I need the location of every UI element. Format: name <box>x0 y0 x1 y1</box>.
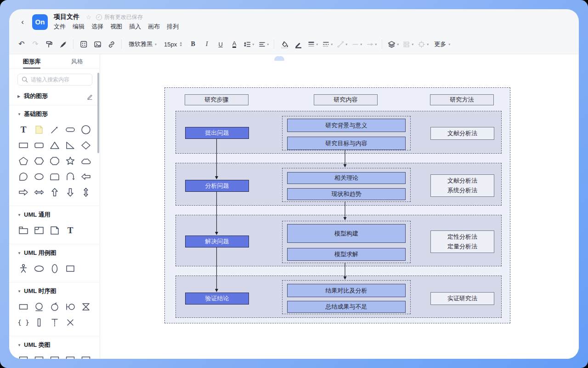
shape-block-arrow-left-right-icon[interactable] <box>32 185 46 199</box>
shape-loop-arrow-icon[interactable] <box>63 170 77 184</box>
favorite-star-icon[interactable]: ☆ <box>86 14 91 21</box>
diagram-header-box[interactable]: 研究方法 <box>430 94 494 105</box>
layers-button[interactable]: ▾ <box>386 38 400 50</box>
shape-class-icon[interactable] <box>63 354 77 359</box>
section-basic-shapes[interactable]: ▼ 基础图形 <box>9 107 100 121</box>
section-uml-common[interactable]: ▼ UML 通用 <box>9 208 100 222</box>
shape-text-icon[interactable]: T <box>17 123 30 137</box>
shape-text-icon[interactable]: T <box>63 224 77 237</box>
shape-pill-icon[interactable] <box>63 123 77 137</box>
tab-shape-library[interactable]: 图形库 <box>9 54 55 69</box>
section-my-shapes[interactable]: ▶ 我的图形 <box>9 89 100 103</box>
diagram-header-box[interactable]: 研究步骤 <box>185 94 249 105</box>
shape-frame-icon[interactable] <box>32 224 46 237</box>
diagram-content-group[interactable]: 研究背景与意义 研究目标与内容 <box>282 116 411 150</box>
diagram-content-box[interactable]: 相关理论 <box>287 172 406 184</box>
text-align-button[interactable]: ▾ <box>257 38 270 50</box>
menu-edit[interactable]: 编辑 <box>73 23 85 31</box>
diagram-content-box[interactable]: 现状和趋势 <box>287 188 406 200</box>
diagram-step-box[interactable]: 分析问题 <box>185 180 249 192</box>
underline-button[interactable]: U <box>215 38 226 50</box>
shape-destruction-icon[interactable] <box>79 300 93 314</box>
shape-block-arrow-down-icon[interactable] <box>63 185 77 199</box>
redo-icon[interactable]: ↷ <box>29 38 41 50</box>
section-uml-sequence[interactable]: ▼ UML 时序图 <box>9 284 100 298</box>
shape-activation-bar-icon[interactable] <box>32 316 46 329</box>
position-button[interactable]: ▾ <box>416 38 430 50</box>
menu-insert[interactable]: 插入 <box>129 23 141 31</box>
stepper-icons[interactable]: ▲▼ <box>179 41 182 47</box>
diagram-content-box[interactable]: 模型求解 <box>287 248 406 261</box>
shape-package-icon[interactable] <box>17 224 30 237</box>
shape-actor-icon[interactable] <box>17 262 30 276</box>
menu-canvas[interactable]: 画布 <box>148 23 160 31</box>
diagram-content-group[interactable]: 模型构建 模型求解 <box>282 221 411 263</box>
background-icon[interactable] <box>78 38 90 50</box>
shape-octagon-icon[interactable] <box>48 154 62 168</box>
clear-format-icon[interactable] <box>57 38 69 50</box>
diagram-row[interactable]: 分析问题 相关理论 现状和趋势 文献分析法 系统分析法 <box>175 163 502 206</box>
arrow-style-button[interactable]: ▾ <box>365 38 378 50</box>
diagram-method-box[interactable]: 文献分析法 系统分析法 <box>430 174 494 197</box>
research-flow-diagram[interactable]: 研究步骤 研究内容 研究方法 提出问题 研究背景与意义 研究目标与内容 文献分析… <box>164 87 510 323</box>
shape-block-arrow-left-icon[interactable] <box>79 170 93 184</box>
shape-class-icon[interactable] <box>32 354 46 359</box>
search-input[interactable] <box>17 74 92 86</box>
canvas-collapse-handle[interactable] <box>274 56 284 61</box>
diagram-content-box[interactable]: 研究目标与内容 <box>287 137 406 150</box>
section-uml-usecase[interactable]: ▼ UML 用例图 <box>9 246 100 260</box>
shape-card-icon[interactable] <box>48 170 62 184</box>
undo-icon[interactable]: ↶ <box>16 38 28 50</box>
menu-arrange[interactable]: 排列 <box>167 23 179 31</box>
diagram-row[interactable]: 解决问题 模型构建 模型求解 定性分析法 定量分析法 <box>175 215 502 266</box>
line-style-button[interactable]: ▾ <box>321 38 334 50</box>
font-size-stepper[interactable]: 15px ▲▼ <box>161 38 185 50</box>
shape-diamond-icon[interactable] <box>79 138 93 152</box>
menu-select[interactable]: 选择 <box>91 23 103 31</box>
diagram-step-box[interactable]: 解决问题 <box>185 236 249 247</box>
format-painter-icon[interactable] <box>43 38 55 50</box>
line-height-button[interactable]: ▾ <box>242 38 255 50</box>
document-title[interactable]: 项目文件 <box>54 13 79 21</box>
drawing-canvas[interactable]: 研究步骤 研究内容 研究方法 提出问题 研究背景与意义 研究目标与内容 文献分析… <box>100 54 579 359</box>
shape-system-boundary-icon[interactable] <box>63 262 77 276</box>
diagram-content-box[interactable]: 研究背景与意义 <box>287 119 406 132</box>
diagram-method-box[interactable]: 文献分析法 <box>430 127 494 140</box>
menu-file[interactable]: 文件 <box>54 23 66 31</box>
app-logo[interactable]: On <box>32 14 48 30</box>
line-button[interactable]: ▾ <box>350 38 363 50</box>
diagram-content-box[interactable]: 模型构建 <box>287 224 406 243</box>
more-button[interactable]: 更多 ▾ <box>431 38 453 50</box>
line-color-button[interactable] <box>292 38 304 50</box>
shape-circle-icon[interactable] <box>79 123 93 137</box>
diagram-row[interactable]: 提出问题 研究背景与意义 研究目标与内容 文献分析法 <box>175 111 502 154</box>
italic-button[interactable]: I <box>201 38 213 50</box>
shape-use-case-icon[interactable] <box>32 262 46 276</box>
menu-view[interactable]: 视图 <box>110 23 122 31</box>
shape-rounded-rectangle-icon[interactable] <box>32 138 46 152</box>
shape-entity-icon[interactable] <box>32 300 46 314</box>
shape-teardrop-icon[interactable] <box>17 170 30 184</box>
shape-block-arrow-right-icon[interactable] <box>17 185 30 199</box>
shape-cloud-icon[interactable] <box>79 154 93 168</box>
diagram-step-box[interactable]: 提出问题 <box>185 127 249 139</box>
section-uml-class[interactable]: ▼ UML 类图 <box>9 338 100 352</box>
diagram-step-box[interactable]: 验证结论 <box>185 293 249 305</box>
insert-link-icon[interactable] <box>105 38 117 50</box>
bold-button[interactable]: B <box>187 38 199 50</box>
shape-rectangle-icon[interactable] <box>17 138 30 152</box>
diagram-header-box[interactable]: 研究内容 <box>314 94 378 105</box>
shape-hexagon-icon[interactable] <box>32 154 46 168</box>
shape-pen-line-icon[interactable] <box>48 123 62 137</box>
shape-class-icon[interactable] <box>17 354 30 359</box>
shape-block-arrow-up-down-icon[interactable] <box>79 185 93 199</box>
shape-note-icon[interactable] <box>48 224 62 237</box>
align-distribute-button[interactable]: ▾ <box>401 38 414 50</box>
shape-sticky-note-icon[interactable] <box>32 123 46 137</box>
shape-right-triangle-icon[interactable] <box>63 138 77 152</box>
diagram-content-box[interactable]: 总结成果与不足 <box>287 301 406 313</box>
diagram-method-box[interactable]: 定性分析法 定量分析法 <box>430 230 494 253</box>
diagram-row[interactable]: 验证结论 结果对比及分析 总结成果与不足 实证研究法 <box>175 276 502 318</box>
diagram-content-group[interactable]: 相关理论 现状和趋势 <box>282 168 411 202</box>
shape-lifeline-icon[interactable] <box>48 316 62 329</box>
